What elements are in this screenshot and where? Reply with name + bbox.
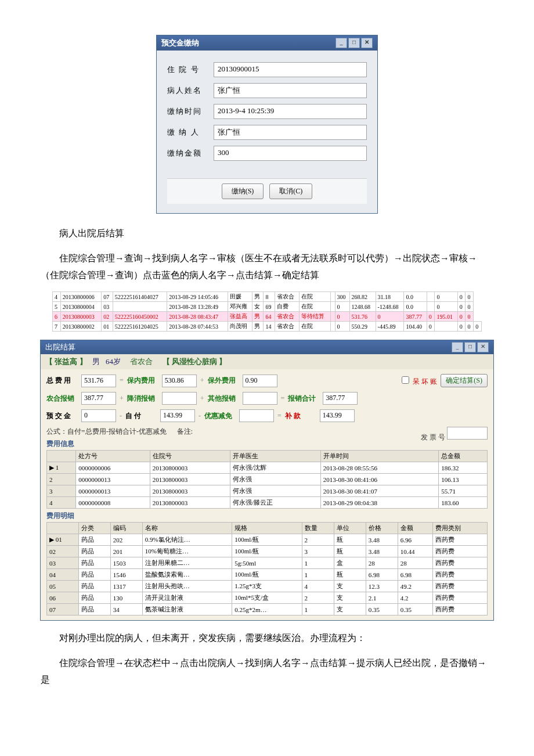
pay-time-input[interactable]: 2013-9-4 10:25:39 bbox=[214, 104, 367, 119]
cell: 2 bbox=[302, 592, 334, 604]
cell: 4.2 bbox=[398, 592, 432, 604]
table-row[interactable]: 02药品20110%葡萄糖注…100ml/瓶3瓶3.4810.44西药费 bbox=[47, 546, 488, 557]
table-row[interactable]: 420130800006075222251614040272013-08-29 … bbox=[53, 292, 482, 302]
list-cell: 522225160450002 bbox=[113, 312, 167, 322]
pay-time-label: 缴纳时间 bbox=[167, 106, 214, 117]
minimize-icon[interactable]: _ bbox=[335, 38, 347, 48]
cell: 氨茶碱注射液 bbox=[142, 604, 232, 615]
cell: 106.13 bbox=[439, 474, 488, 485]
table-row[interactable]: 03药品1503注射用果糖二…5g:50ml1盒2828西药费 bbox=[47, 557, 488, 569]
table-row[interactable]: 2000000001320130800003何永强2013-08-30 08:4… bbox=[47, 474, 488, 485]
patient-name-input[interactable]: 张广恒 bbox=[214, 83, 367, 98]
table-row[interactable]: 720130800002015222251612040252013-08-28 … bbox=[53, 322, 482, 332]
other-label: 其他报销 bbox=[208, 394, 239, 404]
self-input[interactable]: 143.99 bbox=[160, 409, 195, 422]
list-cell: 02 bbox=[102, 312, 113, 322]
cell: 10%葡萄糖注… bbox=[142, 546, 232, 557]
list-cell: 0 bbox=[466, 312, 474, 322]
table-row[interactable]: 520130800004032013-08-28 13:28:49邓兴雍女69自… bbox=[53, 302, 482, 312]
cell: 药品 bbox=[78, 534, 110, 546]
cell: 盒 bbox=[334, 557, 366, 569]
cell: 130 bbox=[110, 592, 142, 604]
surg-input[interactable] bbox=[162, 392, 197, 405]
table-row[interactable]: 04药品1546盐酸氨溴索葡…100ml/瓶1瓶6.986.98西药费 bbox=[47, 569, 488, 581]
list-cell: 0 bbox=[466, 292, 474, 302]
list-cell: 男 bbox=[252, 292, 264, 302]
cell: 西药费 bbox=[432, 604, 487, 615]
cancel-button[interactable]: 取消(C) bbox=[269, 183, 312, 199]
table-row[interactable]: 3000000001320130800003何永强2013-08-30 08:4… bbox=[47, 485, 488, 497]
patient-info-bar: 【 张益高 】 男 64岁 省农合 【 风湿性心脏病 】 bbox=[41, 354, 493, 369]
discount-label: 优惠减免 bbox=[204, 411, 236, 421]
table-row[interactable]: 05药品1317注射用头孢呋…1.25g*3支4支12.349.2西药费 bbox=[47, 581, 488, 592]
list-cell: 2013-08-28 08:43:47 bbox=[167, 312, 228, 322]
list-cell: 522225161404027 bbox=[113, 292, 167, 302]
cell: 2 bbox=[47, 474, 76, 485]
other-input[interactable] bbox=[243, 392, 277, 405]
cell: 183.60 bbox=[439, 497, 488, 509]
refund-input: 143.99 bbox=[320, 409, 355, 422]
list-cell: 0 bbox=[335, 302, 349, 312]
cell: 55.71 bbox=[439, 485, 488, 497]
outer-fee-input[interactable]: 0.90 bbox=[243, 375, 277, 387]
payer-input[interactable]: 张广恒 bbox=[214, 125, 367, 140]
column-header: 住院号 bbox=[150, 451, 230, 462]
cell: 西药费 bbox=[432, 557, 487, 569]
invoice-input[interactable] bbox=[447, 427, 488, 440]
cell: 202 bbox=[110, 534, 142, 546]
list-cell: 在院 bbox=[299, 292, 330, 302]
minimize-icon[interactable]: _ bbox=[452, 342, 463, 352]
list-cell: 0.0 bbox=[404, 302, 427, 312]
close-icon[interactable]: ✕ bbox=[477, 342, 489, 352]
table-row[interactable]: 620130800003025222251604500022013-08-28 … bbox=[53, 312, 482, 322]
maximize-icon[interactable]: □ bbox=[464, 342, 476, 352]
confirm-settle-button[interactable]: 确定结算(S) bbox=[441, 374, 488, 387]
list-cell bbox=[330, 322, 335, 332]
column-header: 数量 bbox=[302, 523, 334, 534]
list-cell bbox=[427, 292, 435, 302]
cell: 药品 bbox=[78, 581, 110, 592]
cell: 2013-08-29 08:04:38 bbox=[320, 497, 439, 509]
nongbao-input[interactable]: 387.77 bbox=[81, 392, 116, 405]
table-row[interactable]: 4000000000820130800003何永强/滕云正2013-08-29 … bbox=[47, 497, 488, 509]
cell: 盐酸氨溴索葡… bbox=[142, 569, 232, 581]
total-fee-input[interactable]: 531.76 bbox=[81, 375, 116, 387]
list-cell: 张益高 bbox=[228, 312, 252, 322]
maximize-icon[interactable]: □ bbox=[348, 38, 360, 48]
cell: 1 bbox=[302, 557, 334, 569]
table-row[interactable]: 06药品130清开灵注射液10ml*5支/盒2支2.14.2西药费 bbox=[47, 592, 488, 604]
fee-detail-table[interactable]: 分类编码名称规格数量单位价格金额费用类别 ▶ 01药品2020.9%氯化钠注…1… bbox=[46, 522, 488, 615]
refund-label: 补 款 bbox=[285, 411, 316, 421]
note-label: 备注: bbox=[177, 427, 193, 435]
settlement-window: 出院结算 _ □ ✕ 【 张益高 】 男 64岁 省农合 【 风湿性心脏病 】 … bbox=[40, 340, 494, 621]
discount-input[interactable] bbox=[239, 409, 274, 422]
cell: 02 bbox=[47, 546, 79, 557]
cell: 100ml/瓶 bbox=[232, 569, 302, 581]
cell: 10.44 bbox=[398, 546, 432, 557]
cell: 支 bbox=[334, 604, 366, 615]
cell: 1546 bbox=[110, 569, 142, 581]
list-cell: 104.40 bbox=[404, 322, 427, 332]
admission-no-input[interactable]: 20130900015 bbox=[214, 62, 367, 77]
amount-input[interactable]: 300 bbox=[214, 146, 367, 161]
inner-fee-input[interactable]: 530.86 bbox=[162, 375, 197, 387]
table-row[interactable]: ▶ 01药品2020.9%氯化钠注…100ml/瓶2瓶3.486.96西药费 bbox=[47, 534, 488, 546]
cell: 瓶 bbox=[334, 546, 366, 557]
table-row[interactable]: 07药品34氨茶碱注射液0.25g*2m…1支0.350.35西药费 bbox=[47, 604, 488, 615]
submit-button[interactable]: 缴纳(S) bbox=[222, 183, 264, 199]
cell: 201 bbox=[110, 546, 142, 557]
cell: 0000000013 bbox=[76, 485, 150, 497]
list-cell: 尚茂明 bbox=[228, 322, 252, 332]
deposit-input[interactable]: 0 bbox=[81, 409, 116, 422]
list-cell: 550.29 bbox=[349, 322, 376, 332]
deposit-dialog: 预交金缴纳 _ □ ✕ 住 院 号 20130900015 病人姓名 张广恒 缴… bbox=[156, 35, 378, 214]
list-cell: 0 bbox=[435, 292, 457, 302]
fee-info-table[interactable]: 处方号住院号开单医生开单时间总金额 ▶ 10000000006201308000… bbox=[46, 450, 488, 509]
cell: 2013-08-30 08:41:07 bbox=[320, 485, 439, 497]
column-header: 开单时间 bbox=[320, 451, 439, 462]
bad-debt-checkbox[interactable]: 呆 坏 账 bbox=[399, 375, 437, 387]
list-cell: 195.01 bbox=[435, 312, 457, 322]
table-row[interactable]: ▶ 1000000000620130800003何永强/沈辉2013-08-28… bbox=[47, 462, 488, 474]
list-cell: 20130800006 bbox=[60, 292, 102, 302]
close-icon[interactable]: ✕ bbox=[361, 38, 373, 48]
